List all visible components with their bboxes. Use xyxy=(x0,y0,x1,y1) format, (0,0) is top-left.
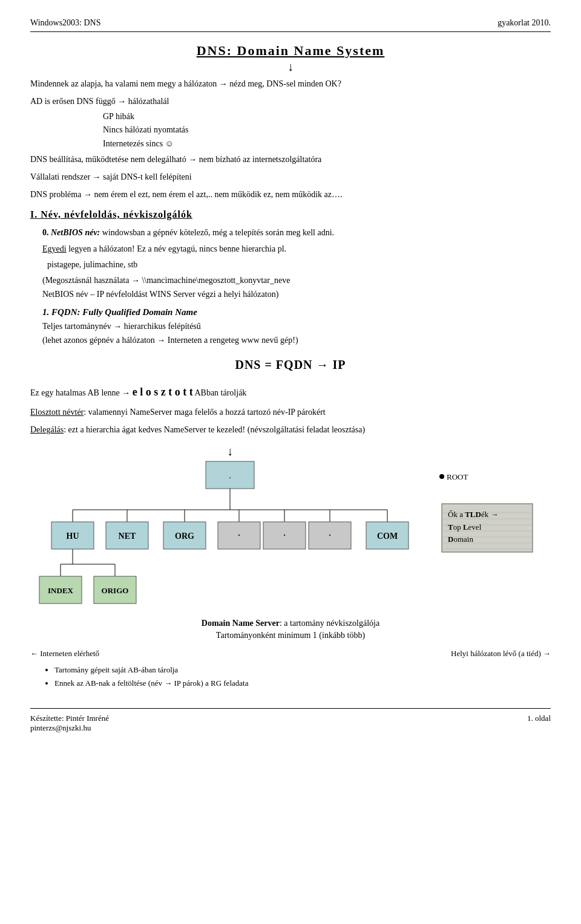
svg-text:ORIGO: ORIGO xyxy=(102,586,129,595)
bullet-item-1: Tartomány gépeit saját AB-ában tárolja xyxy=(54,663,551,677)
netbios-title: 0. NetBIOS név: windowsban a gépnév köte… xyxy=(42,226,551,239)
footer-author: Készítette: Pintér Imréné xyxy=(30,714,109,723)
footer-left: Készítette: Pintér Imréné pinterzs@njszk… xyxy=(30,714,109,733)
svg-text:Ők a TLDék →: Ők a TLDék → xyxy=(448,510,498,519)
bullet-item-2: Ennek az AB-nak a feltöltése (név → IP p… xyxy=(54,677,551,690)
intro-gp-block: GP hibák Nincs hálózati nyomtatás Intern… xyxy=(103,110,551,151)
interneten-left: ← Interneten elérhető xyxy=(30,649,99,659)
title-arrow: ↓ xyxy=(30,60,551,74)
svg-text:ORG: ORG xyxy=(175,532,194,541)
svg-text:.: . xyxy=(229,471,231,480)
fqdn-line2: (lehet azonos gépnév a hálózaton → Inter… xyxy=(42,334,551,347)
page: Windows2003: DNS gyakorlat 2010. DNS: Do… xyxy=(0,0,581,924)
svg-text:NET: NET xyxy=(119,532,136,541)
svg-text:INDEX: INDEX xyxy=(48,586,74,595)
hierarchy-svg: ↓ . ROOT xyxy=(30,443,551,613)
intro-dns-beallitas: DNS beállítása, működtetése nem delegálh… xyxy=(30,153,551,166)
intro-dns-problema: DNS probléma → nem érem el ezt, nem érem… xyxy=(30,188,551,201)
gp-hibak: GP hibák xyxy=(103,110,551,123)
bullet-list: Tartomány gépeit saját AB-ában tárolja E… xyxy=(54,663,551,690)
main-title: DNS: Domain Name System xyxy=(30,43,551,59)
svg-text:ROOT: ROOT xyxy=(447,472,468,481)
interneten-row: ← Interneten elérhető Helyi hálózaton lé… xyxy=(30,649,551,659)
header-left: Windows2003: DNS xyxy=(30,18,101,28)
svg-text:↓: ↓ xyxy=(227,444,233,458)
footer-email: pinterzs@njszki.hu xyxy=(30,723,109,733)
svg-text:·: · xyxy=(283,529,286,541)
internetezs: Internetezés sincs ☺ xyxy=(103,137,551,151)
dns-server-line1: Domain Name Server: a tartomány névkiszo… xyxy=(202,619,379,628)
svg-text:·: · xyxy=(238,529,241,541)
nincs-halozati: Nincs hálózati nyomtatás xyxy=(103,123,551,137)
dns-server-line2: Tartományonként minimum 1 (inkább több) xyxy=(30,631,551,640)
distributed-line3: Delegálás: ezt a hierarchia ágat kedves … xyxy=(30,423,551,437)
distributed-line1: Ez egy hatalmas AB lenne → e l o s z t o… xyxy=(30,383,551,402)
svg-text:Domain: Domain xyxy=(448,535,473,544)
header-right: gyakorlat 2010. xyxy=(497,18,551,28)
netbios-pl: pistagepe, julimachine, stb xyxy=(47,258,551,272)
svg-point-3 xyxy=(439,474,444,479)
fqdn-title: 1. FQDN: Fully Qualified Domain Name xyxy=(42,307,551,317)
distributed-line2: Elosztott névtér: valamennyi NameServer … xyxy=(30,405,551,420)
svg-text:Top Level: Top Level xyxy=(448,522,482,532)
hierarchy-diagram: ↓ . ROOT xyxy=(30,443,551,613)
svg-text:COM: COM xyxy=(377,532,398,541)
netbios-egyedi: Egyedi legyen a hálózaton! Ez a név egyt… xyxy=(42,242,551,256)
interneten-right: Helyi hálózaton lévő (a tiéd) → xyxy=(451,649,551,659)
intro-vallalati: Vállalati rendszer → saját DNS-t kell fe… xyxy=(30,171,551,183)
intro-block: AD is erősen DNS függő → hálózathalál xyxy=(30,95,551,108)
page-header: Windows2003: DNS gyakorlat 2010. xyxy=(30,18,551,32)
fqdn-section: 1. FQDN: Fully Qualified Domain Name Tel… xyxy=(42,307,551,347)
footer-page: 1. oldal xyxy=(527,714,551,733)
dns-server-text: Domain Name Server: a tartomány névkiszo… xyxy=(30,619,551,628)
svg-text:·: · xyxy=(329,529,332,541)
dns-equation: DNS = FQDN → IP xyxy=(30,358,551,372)
section1-title: I. Név, névfeloldás, névkiszolgálók xyxy=(30,209,551,220)
svg-text:HU: HU xyxy=(67,532,79,541)
page-footer: Készítette: Pintér Imréné pinterzs@njszk… xyxy=(30,708,551,733)
netbios-section: 0. NetBIOS név: windowsban a gépnév köte… xyxy=(42,226,551,301)
netbios-wins: NetBIOS név – IP névfeloldást WINS Serve… xyxy=(42,288,551,301)
fqdn-line1: Teljes tartománynév → hierarchikus felép… xyxy=(42,320,551,333)
intro-line1: Mindennek az alapja, ha valami nem megy … xyxy=(30,77,551,90)
netbios-megosztasnal: (Megosztásnál használata → \\mancimachin… xyxy=(42,274,551,287)
